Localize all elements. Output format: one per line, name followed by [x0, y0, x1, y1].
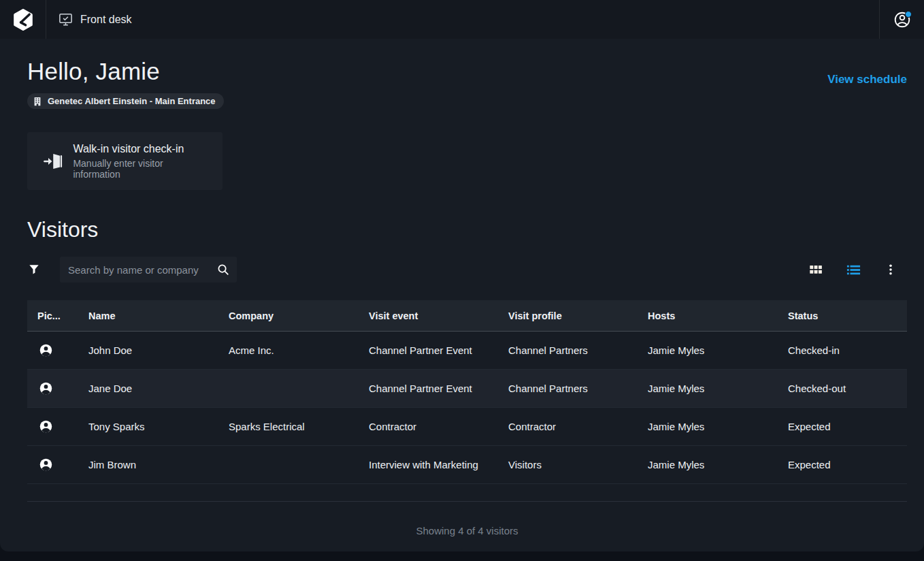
cell-visit-profile: Visitors: [498, 459, 638, 470]
genetec-logo-icon: [12, 8, 35, 31]
door-checkin-icon: [42, 150, 63, 172]
cell-hosts: Jamie Myles: [638, 459, 778, 470]
visitors-toolbar: [27, 257, 907, 283]
showing-count: Showing 4 of 4 visitors: [27, 525, 907, 536]
topbar-spacer: [132, 0, 879, 39]
visitors-table-body: John DoeAcme Inc.Channel Partner EventCh…: [27, 332, 907, 484]
page-greeting: Hello, Jamie: [27, 58, 160, 85]
cell-company: Acme Inc.: [218, 344, 359, 356]
list-view-button[interactable]: [845, 261, 861, 278]
column-header[interactable]: Hosts: [638, 310, 778, 321]
column-header[interactable]: Visit event: [359, 310, 498, 321]
topbar: Front desk: [0, 0, 924, 39]
cell-name: Tony Sparks: [78, 421, 218, 432]
visitor-avatar-icon: [39, 458, 53, 472]
column-header[interactable]: Company: [218, 310, 359, 321]
cell-status: Expected: [778, 459, 907, 470]
column-header[interactable]: Name: [78, 310, 218, 321]
view-switcher: [808, 261, 907, 278]
cell-hosts: Jamie Myles: [638, 344, 778, 356]
grid-view-icon: [808, 262, 823, 277]
search-input[interactable]: [68, 264, 216, 276]
more-options-button[interactable]: [882, 261, 899, 278]
filter-button[interactable]: [27, 263, 60, 276]
walkin-card-subtitle: Manually enter visitor information: [73, 158, 210, 180]
location-badge: Genetec Albert Einstein - Main Entrance: [27, 93, 224, 109]
cell-hosts: Jamie Myles: [638, 383, 778, 394]
cell-name: John Doe: [78, 344, 218, 356]
filter-funnel-icon: [27, 263, 41, 276]
cell-visit-event: Contractor: [359, 421, 498, 432]
visitor-avatar-icon: [39, 343, 53, 357]
walkin-checkin-card[interactable]: Walk-in visitor check-in Manually enter …: [27, 132, 222, 190]
cell-picture: [27, 419, 78, 434]
cell-visit-profile: Channel Partners: [498, 344, 638, 356]
app-title: Front desk: [46, 0, 132, 39]
search-button[interactable]: [216, 263, 230, 276]
cell-visit-profile: Channel Partners: [498, 383, 638, 394]
user-menu-button[interactable]: [879, 0, 924, 39]
front-desk-monitor-icon: [58, 12, 73, 27]
cell-picture: [27, 458, 78, 472]
table-row[interactable]: Jim BrownInterview with MarketingVisitor…: [27, 446, 907, 484]
cell-status: Checked-out: [778, 383, 907, 394]
visitors-table-header: Pic...NameCompanyVisit eventVisit profil…: [27, 300, 907, 332]
cell-company: Sparks Electrical: [218, 421, 359, 432]
column-header[interactable]: Status: [778, 310, 907, 321]
kebab-menu-icon: [884, 263, 897, 276]
visitor-avatar-icon: [39, 419, 53, 434]
cell-visit-event: Channel Partner Event: [359, 383, 498, 394]
visitor-avatar-icon: [39, 381, 53, 396]
app-title-label: Front desk: [80, 14, 132, 26]
cell-name: Jim Brown: [78, 459, 218, 470]
table-row[interactable]: Jane DoeChannel Partner EventChannel Par…: [27, 370, 907, 408]
cell-visit-profile: Contractor: [498, 421, 638, 432]
column-header[interactable]: Visit profile: [498, 310, 638, 321]
cell-picture: [27, 381, 78, 396]
location-label: Genetec Albert Einstein - Main Entrance: [48, 96, 216, 106]
main-content: Hello, Jamie View schedule Genetec Alber…: [0, 39, 924, 551]
hero-row: Hello, Jamie View schedule: [27, 58, 907, 86]
table-row[interactable]: Tony SparksSparks ElectricalContractorCo…: [27, 408, 907, 446]
list-view-icon: [846, 262, 861, 278]
cell-status: Expected: [778, 421, 907, 432]
cell-visit-event: Channel Partner Event: [359, 344, 498, 356]
walkin-card-text: Walk-in visitor check-in Manually enter …: [73, 143, 210, 180]
visitors-section-title: Visitors: [27, 217, 907, 242]
table-footer-strip: [27, 484, 907, 502]
cell-hosts: Jamie Myles: [638, 421, 778, 432]
notification-dot: [905, 11, 912, 18]
column-header[interactable]: Pic...: [27, 310, 78, 321]
grid-view-button[interactable]: [808, 261, 824, 278]
building-icon: [33, 97, 42, 106]
cell-status: Checked-in: [778, 344, 907, 356]
view-schedule-link[interactable]: View schedule: [827, 73, 907, 86]
cell-picture: [27, 343, 78, 357]
search-icon: [216, 263, 230, 276]
walkin-card-title: Walk-in visitor check-in: [73, 143, 210, 155]
search-box: [60, 257, 237, 283]
cell-visit-event: Interview with Marketing: [359, 459, 498, 470]
visitors-table: Pic...NameCompanyVisit eventVisit profil…: [27, 300, 907, 502]
cell-name: Jane Doe: [78, 383, 218, 394]
genetec-logo[interactable]: [0, 0, 46, 39]
table-row[interactable]: John DoeAcme Inc.Channel Partner EventCh…: [27, 332, 907, 370]
